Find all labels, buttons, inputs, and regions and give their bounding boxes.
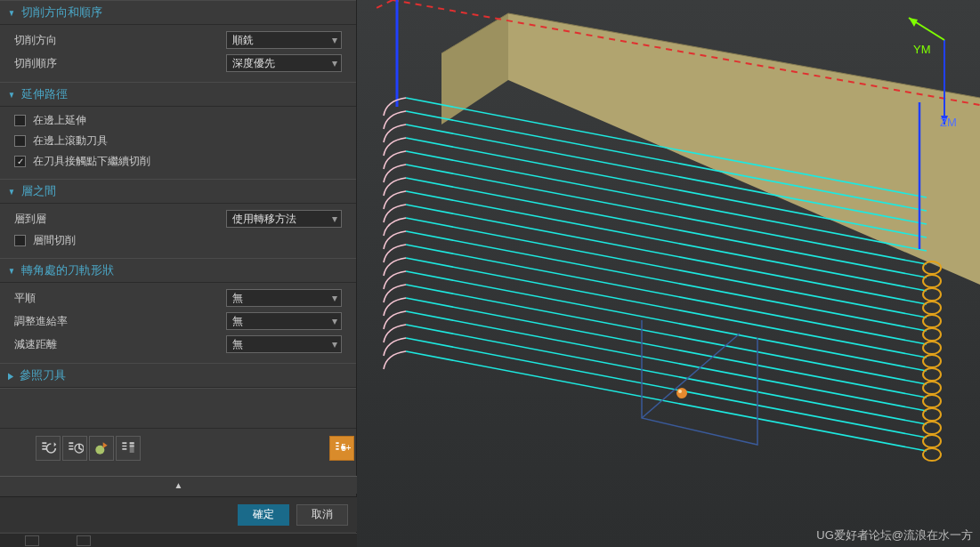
svg-line-30 (406, 338, 927, 438)
svg-line-23 (406, 245, 927, 344)
svg-point-36 (923, 315, 941, 327)
continue-below-contact-checkbox[interactable]: ✓ (14, 156, 26, 167)
svg-point-41 (923, 382, 941, 394)
section-title: 轉角處的刀軌形狀 (21, 262, 114, 278)
regen-list-icon[interactable] (36, 436, 61, 461)
svg-line-28 (406, 311, 927, 411)
section-between-layers-body: 層到層 使用轉移方法 層間切削 (0, 204, 356, 258)
section-between-layers[interactable]: 層之間 (0, 179, 356, 204)
pocket-outline (642, 320, 757, 445)
watermark: UG爱好者论坛@流浪在水一方 (816, 527, 973, 543)
adjust-feed-select[interactable]: 無 (226, 312, 342, 330)
svg-line-27 (406, 298, 927, 398)
section-title: 參照刀具 (20, 367, 66, 383)
decel-dist-label: 減速距離 (14, 337, 226, 352)
svg-point-38 (923, 342, 941, 354)
tool-point-icon (676, 388, 687, 398)
viewport-3d[interactable]: YM ZM UG爱好者论坛@流浪在水一方 (357, 0, 980, 547)
svg-point-46 (923, 448, 941, 461)
list-toolpath-icon[interactable] (116, 436, 141, 461)
stock-block (441, 13, 980, 285)
cut-direction-select[interactable]: 順銑 (226, 31, 342, 49)
settings-panel: 切削方向和順序 切削方向 順銑 切削順序 深度優先 延伸路徑 在邊上延伸 在邊上… (0, 0, 357, 547)
section-ref-tool[interactable]: 參照刀具 (0, 363, 356, 388)
axis-y-label: YM (913, 43, 931, 56)
svg-text:5+: 5+ (341, 443, 351, 453)
layer-to-layer-label: 層到層 (14, 212, 226, 227)
svg-point-34 (923, 288, 941, 301)
svg-line-26 (406, 285, 927, 384)
svg-point-35 (923, 302, 941, 314)
layer-to-layer-select[interactable]: 使用轉移方法 (226, 210, 342, 228)
dialog-footer: 確定 取消 (0, 496, 357, 532)
svg-point-42 (923, 395, 941, 407)
section-extend-path-body: 在邊上延伸 在邊上滾動刀具 ✓ 在刀具接觸點下繼續切削 (0, 107, 356, 179)
smooth-label: 平順 (14, 291, 226, 306)
chevron-down-icon (8, 266, 15, 276)
ok-button[interactable]: 確定 (238, 504, 289, 526)
section-corner-shape[interactable]: 轉角處的刀軌形狀 (0, 258, 356, 283)
chevron-down-icon (8, 187, 15, 197)
interlayer-cut-checkbox[interactable] (14, 235, 26, 246)
svg-point-37 (923, 328, 941, 341)
svg-point-39 (923, 355, 941, 367)
chevron-down-icon (8, 8, 15, 18)
svg-line-21 (406, 218, 927, 318)
chevron-up-icon: ▲ (174, 480, 183, 490)
extend-on-edge-checkbox[interactable] (14, 115, 26, 126)
axis-z-label: ZM (940, 116, 957, 129)
verify-toolpath-icon[interactable] (89, 436, 114, 461)
viewport-scene (357, 0, 980, 547)
svg-line-22 (406, 231, 927, 331)
collapse-bar[interactable]: ▲ (0, 476, 357, 494)
svg-point-44 (923, 422, 941, 434)
continue-below-contact-label: 在刀具接觸點下繼續切削 (33, 154, 150, 169)
toolbar: 5+ (36, 436, 354, 461)
section-title: 層之間 (21, 183, 56, 199)
svg-point-33 (923, 275, 941, 287)
extend-on-edge-label: 在邊上延伸 (33, 113, 86, 128)
svg-line-24 (406, 258, 927, 358)
smooth-select[interactable]: 無 (226, 289, 342, 307)
svg-line-11 (375, 0, 393, 9)
section-title: 延伸路徑 (21, 86, 68, 102)
cut-order-label: 切削順序 (14, 56, 226, 71)
section-cut-direction[interactable]: 切削方向和順序 (0, 0, 356, 25)
svg-line-29 (406, 325, 927, 424)
section-extend-path[interactable]: 延伸路徑 (0, 82, 356, 107)
generate-icon[interactable]: 5+ (329, 436, 354, 461)
adjust-feed-label: 調整進給率 (14, 314, 226, 329)
spacer (0, 388, 356, 429)
chevron-right-icon (8, 371, 13, 381)
svg-point-45 (923, 435, 941, 447)
chevron-down-icon (8, 90, 15, 100)
svg-line-31 (406, 351, 927, 451)
tool-point-highlight (678, 390, 682, 393)
cut-order-select[interactable]: 深度優先 (226, 54, 342, 72)
roll-on-edge-label: 在邊上滾動刀具 (33, 133, 108, 149)
decel-dist-select[interactable]: 無 (226, 335, 342, 353)
svg-point-40 (923, 368, 941, 381)
section-corner-shape-body: 平順 無 調整進給率 無 減速距離 無 (0, 283, 356, 363)
section-cut-direction-body: 切削方向 順銑 切削順序 深度優先 (0, 25, 356, 82)
bottom-ruler (0, 533, 357, 547)
regen-operation-icon[interactable] (62, 436, 87, 461)
cut-direction-label: 切削方向 (14, 33, 226, 48)
roll-on-edge-checkbox[interactable] (14, 135, 26, 147)
cancel-button[interactable]: 取消 (296, 504, 348, 526)
svg-point-43 (923, 408, 941, 421)
svg-marker-51 (909, 18, 918, 27)
lead-in-arcs (384, 98, 406, 369)
section-title: 切削方向和順序 (21, 4, 102, 20)
interlayer-cut-label: 層間切削 (33, 233, 76, 248)
svg-line-25 (406, 271, 927, 371)
